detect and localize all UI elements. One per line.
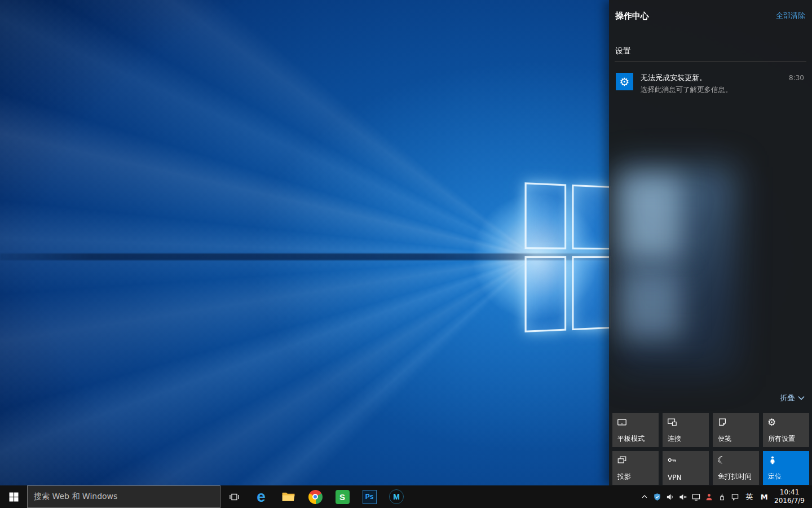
settings-app-badge: ⚙ <box>616 73 633 90</box>
gear-icon: ⚙ <box>620 76 630 87</box>
quick-action-project[interactable]: 投影 <box>612 451 659 485</box>
messenger-contact-icon[interactable] <box>703 485 716 508</box>
quick-action-all-settings[interactable]: ⚙ 所有设置 <box>763 413 809 447</box>
notification-time: 8:30 <box>789 74 804 82</box>
group-divider <box>615 61 806 62</box>
taskbar-app-motorola[interactable]: M <box>383 485 410 508</box>
action-center-title: 操作中心 <box>615 11 649 21</box>
clock-date: 2016/7/9 <box>774 497 805 505</box>
quick-action-tablet-mode[interactable]: 平板模式 <box>612 413 659 447</box>
project-icon <box>617 455 627 465</box>
taskbar-app-photoshop[interactable]: Ps <box>356 485 383 508</box>
quick-action-quiet-hours[interactable]: ☾ 免打扰时间 <box>713 451 759 485</box>
photoshop-icon: Ps <box>363 490 377 504</box>
settings-group-header[interactable]: 设置 <box>615 46 806 56</box>
display-icon <box>692 493 700 501</box>
taskbar-app-file-explorer[interactable] <box>275 485 302 508</box>
chevron-down-icon <box>798 396 805 400</box>
hidden-icons-chevron[interactable] <box>638 485 651 508</box>
collapse-label: 折叠 <box>780 393 795 403</box>
quiet-hours-icon: ☾ <box>717 455 727 465</box>
window-pane <box>524 182 566 249</box>
quick-action-note[interactable]: 便笺 <box>713 413 759 447</box>
tablet-mode-icon <box>617 417 627 427</box>
audio-muted-icon[interactable] <box>677 485 690 508</box>
connect-icon <box>667 417 677 427</box>
quick-actions-grid: 平板模式 连接 便笺 ⚙ 所有设置 投影 VPN ☾ 免打扰时间 定位 <box>612 413 809 485</box>
system-tray: 英 M 10:41 2016/7/9 <box>638 485 812 508</box>
action-center-tray-icon[interactable] <box>729 485 742 508</box>
notification-title: 无法完成安装更新。 <box>641 73 732 83</box>
person-icon <box>705 493 713 501</box>
location-icon <box>767 455 778 465</box>
ime-indicator[interactable]: 英 <box>742 492 757 502</box>
file-explorer-icon <box>281 490 295 504</box>
chevron-up-icon <box>641 493 648 501</box>
quick-action-vpn[interactable]: VPN <box>663 451 709 485</box>
taskbar: 搜索 Web 和 Windows e S Ps M <box>0 485 812 508</box>
network-display-icon[interactable] <box>690 485 703 508</box>
taskbar-app-green-s[interactable]: S <box>329 485 356 508</box>
taskbar-app-edge[interactable]: e <box>248 485 275 508</box>
green-s-app-icon: S <box>336 490 350 504</box>
windows-logo-icon <box>9 492 19 502</box>
taskbar-clock[interactable]: 10:41 2016/7/9 <box>771 488 809 505</box>
plug-icon <box>718 493 726 501</box>
search-placeholder: 搜索 Web 和 Windows <box>34 492 117 502</box>
clock-time: 10:41 <box>774 488 805 497</box>
collapse-button[interactable]: 折叠 <box>780 393 805 403</box>
wallpaper-horizon-line <box>0 253 612 260</box>
edge-icon: e <box>257 489 266 505</box>
notification-subtitle: 选择此消息可了解更多信息。 <box>641 85 732 95</box>
window-pane <box>572 256 611 330</box>
task-view-icon <box>229 492 240 502</box>
tray-m-badge[interactable]: M <box>757 493 771 501</box>
taskbar-app-chrome[interactable] <box>302 485 329 508</box>
action-center-header: 操作中心 全部清除 <box>609 0 812 32</box>
notification-item[interactable]: ⚙ 无法完成安装更新。 选择此消息可了解更多信息。 8:30 <box>616 73 805 95</box>
desktop-screen: 操作中心 全部清除 设置 ⚙ 无法完成安装更新。 选择此消息可了解更多信息。 8… <box>0 0 812 508</box>
shield-icon <box>653 493 661 501</box>
volume-icon[interactable] <box>664 485 677 508</box>
note-icon <box>717 417 727 427</box>
all-settings-icon: ⚙ <box>767 417 778 427</box>
chrome-icon <box>308 490 323 504</box>
start-button[interactable] <box>0 485 27 508</box>
quick-action-location[interactable]: 定位 <box>763 451 809 485</box>
motorola-icon: M <box>389 489 404 504</box>
usb-device-icon[interactable] <box>716 485 729 508</box>
chrome-icon-center <box>312 494 318 500</box>
taskbar-search[interactable]: 搜索 Web 和 Windows <box>27 485 220 508</box>
clear-all-button[interactable]: 全部清除 <box>776 11 805 21</box>
vpn-icon <box>667 455 677 465</box>
window-pane <box>524 256 566 332</box>
speaker-icon <box>666 493 674 501</box>
quick-action-connect[interactable]: 连接 <box>663 413 709 447</box>
window-pane <box>572 185 611 249</box>
windows-logo-window <box>524 182 611 332</box>
notification-body: 无法完成安装更新。 选择此消息可了解更多信息。 <box>641 73 732 95</box>
speaker-muted-icon <box>679 493 687 501</box>
defender-shield-icon[interactable] <box>651 485 664 508</box>
task-view-button[interactable] <box>220 485 248 508</box>
action-center-panel: 操作中心 全部清除 设置 ⚙ 无法完成安装更新。 选择此消息可了解更多信息。 8… <box>609 0 812 485</box>
comment-icon <box>731 493 739 501</box>
